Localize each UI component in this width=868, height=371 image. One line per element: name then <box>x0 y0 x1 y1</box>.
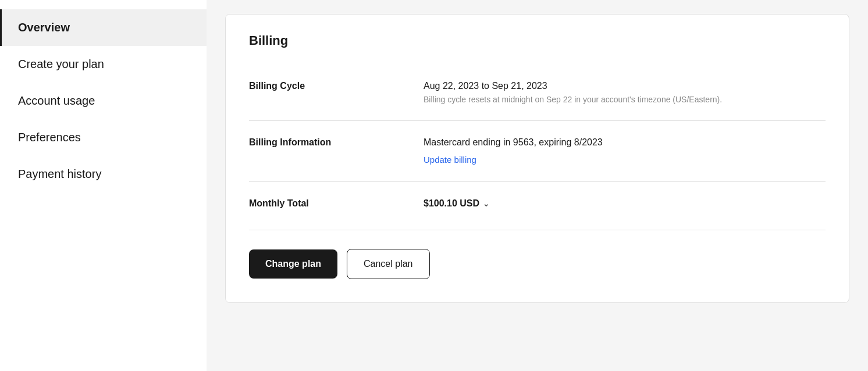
sidebar-item-label: Overview <box>18 21 70 34</box>
monthly-total-label: Monthly Total <box>249 198 424 209</box>
billing-information-label: Billing Information <box>249 137 424 148</box>
sidebar-item-account-usage[interactable]: Account usage <box>0 83 207 119</box>
billing-card: Billing Billing Cycle Aug 22, 2023 to Se… <box>225 14 849 303</box>
cancel-plan-button[interactable]: Cancel plan <box>347 249 430 279</box>
billing-cycle-row: Billing Cycle Aug 22, 2023 to Sep 21, 20… <box>249 65 826 120</box>
sidebar-item-create-your-plan[interactable]: Create your plan <box>0 46 207 83</box>
change-plan-button[interactable]: Change plan <box>249 249 337 279</box>
billing-cycle-label: Billing Cycle <box>249 81 424 91</box>
billing-information-value: Mastercard ending in 9563, expiring 8/20… <box>424 137 826 165</box>
monthly-total-value-container: $100.10 USD ⌄ <box>424 198 826 209</box>
billing-cycle-note: Billing cycle resets at midnight on Sep … <box>424 95 826 104</box>
monthly-total-amount[interactable]: $100.10 USD ⌄ <box>424 198 826 209</box>
main-content: Billing Billing Cycle Aug 22, 2023 to Se… <box>207 0 868 371</box>
sidebar: Overview Create your plan Account usage … <box>0 0 207 371</box>
chevron-down-icon: ⌄ <box>483 199 489 208</box>
monthly-total-row: Monthly Total $100.10 USD ⌄ <box>249 181 826 225</box>
billing-actions: Change plan Cancel plan <box>249 230 826 279</box>
update-billing-link[interactable]: Update billing <box>424 155 476 165</box>
sidebar-item-preferences[interactable]: Preferences <box>0 119 207 156</box>
sidebar-item-label: Preferences <box>18 131 81 144</box>
sidebar-item-overview[interactable]: Overview <box>0 9 207 46</box>
billing-cycle-dates: Aug 22, 2023 to Sep 21, 2023 <box>424 81 826 91</box>
sidebar-item-label: Payment history <box>18 167 101 181</box>
billing-card-info: Mastercard ending in 9563, expiring 8/20… <box>424 137 826 148</box>
monthly-total-amount-text: $100.10 USD <box>424 198 479 209</box>
billing-cycle-value: Aug 22, 2023 to Sep 21, 2023 Billing cyc… <box>424 81 826 104</box>
sidebar-item-label: Create your plan <box>18 58 104 71</box>
billing-information-row: Billing Information Mastercard ending in… <box>249 120 826 181</box>
sidebar-item-label: Account usage <box>18 94 95 108</box>
sidebar-item-payment-history[interactable]: Payment history <box>0 156 207 192</box>
billing-title: Billing <box>249 33 826 48</box>
